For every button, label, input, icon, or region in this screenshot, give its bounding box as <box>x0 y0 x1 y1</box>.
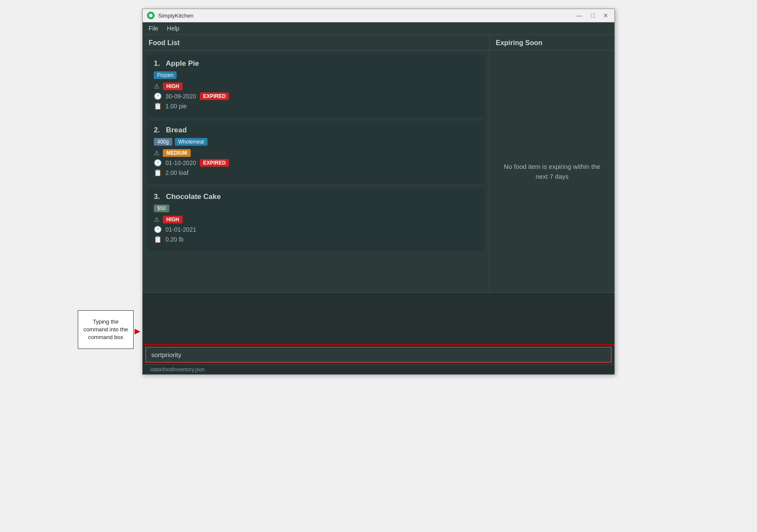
clock-icon-3: 🕐 <box>154 226 162 233</box>
output-area <box>143 293 614 344</box>
package-icon-2: 📋 <box>154 169 162 177</box>
clock-icon-1: 🕐 <box>154 92 162 100</box>
title-bar: SimplyKitchen — □ ✕ <box>143 9 614 22</box>
menu-help[interactable]: Help <box>167 25 180 32</box>
food-item-3-date: 🕐 01-01-2021 <box>154 226 478 233</box>
app-logo-icon <box>147 12 155 19</box>
annotation-box: Typing the command into the command box <box>78 310 134 349</box>
food-list-panel: Food List 1. Apple Pie Frozen ⚠ <box>143 35 490 293</box>
priority-badge-2: MEDIUM <box>163 149 191 157</box>
food-item-3-tags: $50 <box>154 205 478 212</box>
command-input[interactable] <box>145 347 612 363</box>
expiring-message: No food item is expiring within the next… <box>490 153 614 190</box>
priority-badge-1: HIGH <box>163 83 183 90</box>
food-item-1-priority: ⚠ HIGH <box>154 83 478 90</box>
expiring-panel: Expiring Soon No food item is expiring w… <box>490 35 614 293</box>
arrow-icon: ► <box>133 326 142 337</box>
food-item-1-date: 🕐 30-09-2020 EXPIRED <box>154 92 478 100</box>
warning-icon-3: ⚠ <box>154 216 159 223</box>
tag-wholemeal: Wholemeal <box>175 138 208 146</box>
food-item-3-title: 3. Chocolate Cake <box>154 193 478 201</box>
food-item-2-quantity: 📋 2.00 loaf <box>154 169 478 177</box>
app-window: SimplyKitchen — □ ✕ File Help Food List <box>142 9 615 375</box>
priority-badge-3: HIGH <box>163 216 183 223</box>
package-icon-1: 📋 <box>154 102 162 110</box>
food-item-2: 2. Bread 400g Wholemeal ⚠ MEDIUM 🕐 <box>147 121 485 184</box>
window-controls: — □ ✕ <box>575 12 610 18</box>
title-bar-left: SimplyKitchen <box>147 12 193 19</box>
menu-file[interactable]: File <box>149 25 159 32</box>
expired-badge-2: EXPIRED <box>200 159 229 167</box>
food-item-3-priority: ⚠ HIGH <box>154 216 478 223</box>
menu-bar: File Help <box>143 22 614 35</box>
expiring-header: Expiring Soon <box>490 35 614 51</box>
annotation-text: Typing the command into the command box <box>82 318 129 342</box>
food-item-2-date: 🕐 01-10-2020 EXPIRED <box>154 159 478 167</box>
warning-icon: ⚠ <box>154 83 159 90</box>
status-bar: .\data\foodInventory.json <box>143 364 614 374</box>
food-item-1-quantity: 📋 1.00 pie <box>154 102 478 110</box>
maximize-button[interactable]: □ <box>589 12 596 18</box>
food-item-3: 3. Chocolate Cake $50 ⚠ HIGH 🕐 01-0 <box>147 187 485 251</box>
food-item-2-tags: 400g Wholemeal <box>154 138 478 146</box>
app-title: SimplyKitchen <box>158 12 193 19</box>
food-item-2-priority: ⚠ MEDIUM <box>154 149 478 157</box>
expired-badge-1: EXPIRED <box>200 92 229 100</box>
status-path: .\data\foodInventory.json <box>149 367 205 373</box>
command-row <box>143 344 614 364</box>
tag-50: $50 <box>154 205 169 212</box>
tag-frozen: Frozen <box>154 71 177 79</box>
food-item-1-title: 1. Apple Pie <box>154 59 478 68</box>
food-item-1: 1. Apple Pie Frozen ⚠ HIGH 🕐 30-09- <box>147 54 485 117</box>
food-item-2-title: 2. Bread <box>154 126 478 135</box>
warning-icon-2: ⚠ <box>154 149 159 157</box>
clock-icon-2: 🕐 <box>154 159 162 167</box>
food-list-header: Food List <box>143 35 489 51</box>
svg-point-1 <box>149 14 153 17</box>
expiring-content: No food item is expiring within the next… <box>490 51 614 293</box>
food-list-scroll[interactable]: 1. Apple Pie Frozen ⚠ HIGH 🕐 30-09- <box>143 51 489 293</box>
food-item-1-tags: Frozen <box>154 71 478 79</box>
outer-wrapper: Typing the command into the command box … <box>142 9 615 375</box>
main-content: Food List 1. Apple Pie Frozen ⚠ <box>143 35 614 293</box>
package-icon-3: 📋 <box>154 235 162 243</box>
tag-400g: 400g <box>154 138 172 146</box>
close-button[interactable]: ✕ <box>601 12 610 18</box>
minimize-button[interactable]: — <box>575 12 584 18</box>
food-item-3-quantity: 📋 0.20 lb <box>154 235 478 243</box>
